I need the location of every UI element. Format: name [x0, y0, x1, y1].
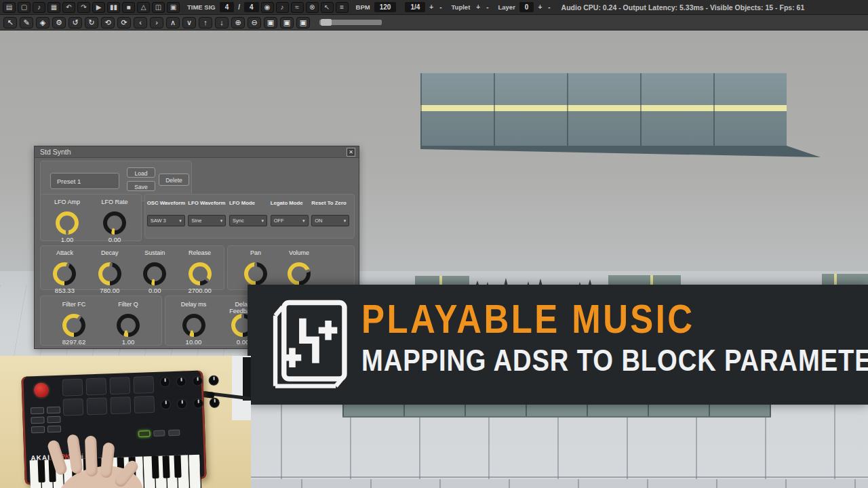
layer-value[interactable]: 0: [519, 2, 534, 12]
pause-icon[interactable]: ▮▮: [107, 2, 120, 13]
snap-increase-button[interactable]: +: [427, 3, 435, 11]
knob-filter-q[interactable]: Filter Q1.00: [107, 300, 149, 345]
cut-icon[interactable]: ▣: [280, 17, 294, 28]
bpm-label: BPM: [356, 3, 370, 11]
redo-icon[interactable]: ↷: [77, 2, 90, 13]
snap-decrease-button[interactable]: -: [437, 3, 443, 11]
app-window: ▤▢♪▦↶↷▶▮▮■△◫▣ TIME SIG 4 / 4 ◉♪≈⊗↖≡ BPM …: [0, 0, 868, 488]
knob-attack[interactable]: Attack853.33: [43, 248, 85, 289]
time-sig-separator: /: [236, 3, 242, 11]
snap-value[interactable]: 1/4: [405, 2, 425, 12]
copy-icon[interactable]: ▣: [264, 17, 277, 28]
tuplet-label: Tuplet: [452, 3, 471, 11]
pad-control-button: [168, 430, 180, 436]
load-preset-button[interactable]: Load: [127, 167, 155, 178]
lfo-section: LFO Amp1.00LFO Rate0.00: [40, 194, 142, 241]
preset-name-input[interactable]: Preset 1: [50, 173, 119, 189]
tuplet-decrease-button[interactable]: -: [484, 3, 490, 11]
note-icon[interactable]: ♪: [276, 2, 289, 13]
close-icon[interactable]: ✕: [347, 148, 355, 157]
chevron-down-icon: ▾: [261, 218, 264, 224]
adsr-section: Attack853.33Decay780.00Sustain0.00Releas…: [40, 245, 224, 290]
pad-control-button: [153, 430, 165, 436]
settings-gear-icon[interactable]: ⚙: [52, 17, 66, 28]
project-list-icon[interactable]: ▤: [3, 2, 16, 13]
knob-delay-ms[interactable]: Delay ms10.00: [173, 300, 215, 345]
knob-release[interactable]: Release2700.00: [179, 248, 221, 289]
waveform-icon[interactable]: ≈: [291, 2, 304, 13]
synth-panel-title: Std Synth: [35, 146, 359, 158]
banner-title: PLAYABLE MUSIC: [361, 296, 695, 342]
knob-lfo-amp[interactable]: LFO Amp1.00: [46, 197, 88, 241]
knob-filter-fc[interactable]: Filter FC8297.62: [53, 300, 95, 345]
toolbar-transport: ▤▢♪▦↶↷▶▮▮■△◫▣ TIME SIG 4 / 4 ◉♪≈⊗↖≡ BPM …: [0, 0, 868, 15]
dropdown-lfo-mode[interactable]: LFO ModeSync▾: [229, 200, 270, 238]
chevron-down-icon: ▾: [302, 218, 305, 224]
waveform-section: OSC WaveformSAW 3▾LFO WaveformSine▾LFO M…: [144, 194, 355, 239]
play-icon[interactable]: ▶: [92, 2, 105, 13]
edit-note-icon[interactable]: ♪: [33, 2, 45, 13]
camera-icon[interactable]: ◉: [261, 2, 274, 13]
function-buttons: [31, 407, 66, 438]
nudge-left-icon[interactable]: ‹: [134, 17, 147, 28]
monitor-edge: [243, 357, 251, 401]
pan-volume-section: Pan0.00Volume0.00: [227, 245, 355, 290]
chevron-down-icon: ▾: [220, 218, 223, 224]
dropdown-osc-waveform[interactable]: OSC WaveformSAW 3▾: [147, 200, 188, 238]
nudge-up-icon[interactable]: ∧: [166, 17, 180, 28]
nudge-right-icon[interactable]: ›: [150, 17, 163, 28]
split-view-icon[interactable]: ▣: [167, 2, 180, 13]
banner-subtitle: MAPPING ADSR TO BLOCK PARAMETERS: [361, 343, 868, 378]
orbit-left-icon[interactable]: ⟲: [101, 17, 115, 28]
grid-icon[interactable]: ▦: [47, 2, 60, 13]
select-cursor-icon[interactable]: ↖: [3, 17, 17, 28]
diamond-tool-icon[interactable]: ◈: [36, 17, 50, 28]
dropdown-reset-to-zero[interactable]: Reset To ZeroON▾: [311, 200, 352, 238]
joystick-knob: [33, 381, 51, 399]
rotate-cw-icon[interactable]: ↻: [85, 17, 98, 28]
chevron-down-icon: ▾: [344, 218, 347, 224]
toolbar-edit: ↖✎◈⚙↺↻⟲⟳‹›∧∨↑↓⊕⊖▣▣▣: [0, 15, 868, 30]
move-up-icon[interactable]: ↑: [199, 17, 212, 28]
nudge-down-icon[interactable]: ∨: [182, 17, 196, 28]
zoom-in-icon[interactable]: ⊕: [231, 17, 245, 28]
mixer-sliders-icon[interactable]: ≡: [336, 2, 349, 13]
save-preset-button[interactable]: Save: [127, 181, 155, 191]
transform-cursor-icon[interactable]: ↖: [321, 2, 334, 13]
orbit-right-icon[interactable]: ⟳: [117, 17, 131, 28]
knob-volume[interactable]: Volume0.00: [278, 248, 320, 289]
performance-status-text: Audio CPU: 0.24 - Output Latency: 5.33ms…: [561, 3, 805, 12]
filter-section: Filter FC8297.62Filter Q1.00: [40, 296, 162, 346]
stop-icon[interactable]: ■: [122, 2, 135, 13]
drum-pads: [62, 376, 158, 418]
mute-x-icon[interactable]: ⊗: [306, 2, 319, 13]
chevron-down-icon: ▾: [179, 218, 182, 224]
dropdown-lfo-waveform[interactable]: LFO WaveformSine▾: [188, 200, 229, 238]
layer-label: Layer: [498, 3, 515, 11]
layer-increase-button[interactable]: +: [536, 3, 544, 11]
undo-icon[interactable]: ↶: [62, 2, 75, 13]
metronome-icon[interactable]: △: [137, 2, 150, 13]
timeline-scrollbar-handle[interactable]: [321, 19, 332, 26]
time-sig-denominator[interactable]: 4: [244, 2, 259, 12]
knob-lfo-rate[interactable]: LFO Rate0.00: [94, 197, 136, 241]
time-sig-numerator[interactable]: 4: [220, 2, 235, 12]
bpm-value[interactable]: 120: [374, 2, 397, 12]
knob-sustain[interactable]: Sustain0.00: [134, 248, 176, 289]
paste-icon[interactable]: ▣: [296, 17, 310, 28]
rotate-ccw-icon[interactable]: ↺: [68, 17, 82, 28]
timeline-scrollbar[interactable]: [319, 20, 382, 25]
move-down-icon[interactable]: ↓: [215, 17, 229, 28]
dropdown-legato-mode[interactable]: Legato ModeOFF▾: [271, 200, 311, 238]
delete-preset-button[interactable]: Delete: [159, 174, 189, 186]
new-document-icon[interactable]: ▢: [18, 2, 31, 13]
knob-pan[interactable]: Pan0.00: [235, 248, 277, 289]
time-sig-label: TIME SIG: [187, 3, 216, 11]
draw-pencil-icon[interactable]: ✎: [20, 17, 33, 28]
layout-panes-icon[interactable]: ◫: [152, 2, 165, 13]
floating-container-block[interactable]: [420, 73, 787, 146]
tuplet-increase-button[interactable]: +: [474, 3, 482, 11]
layer-decrease-button[interactable]: -: [546, 3, 552, 11]
knob-decay[interactable]: Decay780.00: [89, 248, 131, 289]
zoom-out-icon[interactable]: ⊖: [248, 17, 261, 28]
